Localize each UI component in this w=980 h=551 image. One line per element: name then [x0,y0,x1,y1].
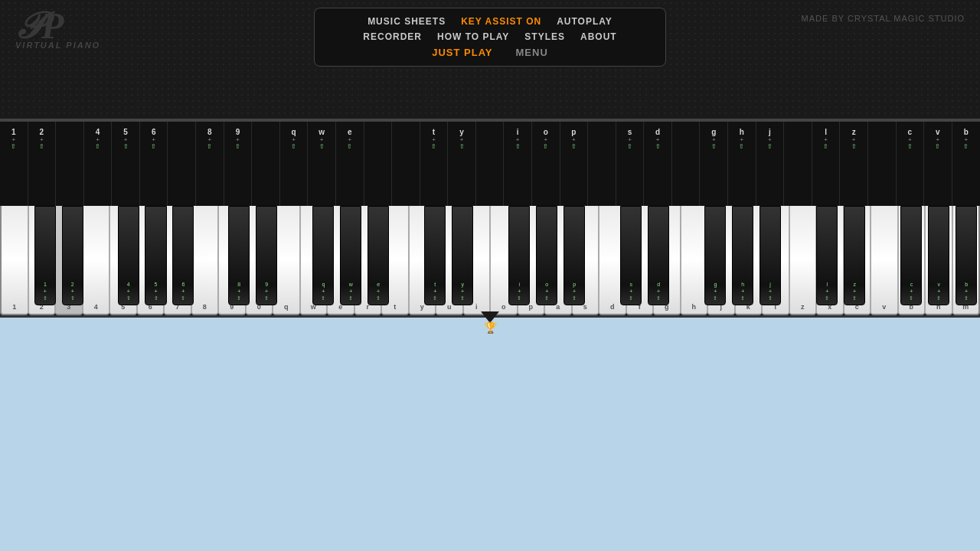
black-key-z[interactable]: z+⇧ [844,206,865,305]
upper-blank-3 [252,122,280,206]
white-key-8[interactable]: 8 [191,206,219,315]
nav-about[interactable]: ABOUT [580,31,617,42]
upper-b: b + ⇧ [952,122,980,206]
black-key-5[interactable]: 5+⇧ [145,206,166,305]
nav-music-sheets[interactable]: MUSIC SHEETS [368,16,446,27]
made-by-text: MADE BY CRYSTAL MAGIC STUDIO [802,14,965,23]
upper-blank-9 [784,122,812,206]
black-key-t[interactable]: t+⇧ [424,206,446,305]
upper-9: 9 + ⇧ [224,122,253,206]
upper-blank-7 [588,122,616,206]
nav-how-to-play[interactable]: HOW TO PLAY [437,31,509,42]
nav-styles[interactable]: STYLES [524,31,565,42]
upper-q: q + ⇧ [280,122,309,206]
black-key-9[interactable]: 9+⇧ [256,206,277,305]
black-key-q[interactable]: q+⇧ [312,206,334,305]
black-key-p[interactable]: p+⇧ [564,206,585,305]
upper-y: y + ⇧ [448,122,476,206]
trophy-icon: 🏆 [481,321,499,334]
upper-1: 1 + ⇧ [0,122,28,206]
black-key-g[interactable]: g+⇧ [704,206,726,305]
upper-t: t + ⇧ [420,122,449,206]
upper-4: 4 + ⇧ [84,122,113,206]
black-key-8[interactable]: 8+⇧ [228,206,250,305]
black-key-h[interactable]: h+⇧ [732,206,753,305]
upper-p: p + ⇧ [560,122,589,206]
black-key-6[interactable]: 6+⇧ [172,206,194,305]
upper-j: j + ⇧ [756,122,785,206]
black-key-s[interactable]: s+⇧ [620,206,642,305]
black-key-j[interactable]: j+⇧ [760,206,781,305]
black-key-v[interactable]: v+⇧ [928,206,949,305]
bottom-section: ESC F1 F2 F3 F4 F5 F6 F7 F8 F9 F10 F11 F… [0,318,980,551]
white-key-h[interactable]: h [681,206,708,315]
upper-blank-4 [364,122,393,206]
upper-e: e + ⇧ [336,122,364,206]
upper-blank-8 [672,122,701,206]
white-key-z[interactable]: z [789,206,817,315]
upper-5: 5 + ⇧ [112,122,140,206]
upper-blank-10 [868,122,897,206]
menu-button[interactable]: MENU [516,47,548,58]
black-key-o[interactable]: o+⇧ [536,206,557,305]
upper-blank-2 [168,122,196,206]
upper-v: v + ⇧ [924,122,952,206]
nav-row-1: MUSIC SHEETS KEY ASSIST ON AUTOPLAY [330,16,650,27]
upper-w: w + ⇧ [308,122,336,206]
upper-l: l + ⇧ [812,122,841,206]
upper-c: c + ⇧ [897,122,925,206]
nav-menu: MUSIC SHEETS KEY ASSIST ON AUTOPLAY RECO… [314,8,666,67]
upper-blank-6 [476,122,505,206]
section-indicator: 🏆 [481,311,499,334]
white-key-4[interactable]: 4 [83,206,110,315]
upper-h: h + ⇧ [728,122,756,206]
app-logo: 𝒫P VIRTUAL PIANO [15,8,100,50]
black-key-i[interactable]: i+⇧ [508,206,530,305]
black-key-y[interactable]: y+⇧ [452,206,473,305]
upper-blank-5 [392,122,420,206]
white-key-1[interactable]: 1 [0,206,28,315]
nav-bottom-row: JUST PLAY MENU [330,47,650,58]
black-key-d[interactable]: d+⇧ [648,206,669,305]
piano-section: 𝒫P VIRTUAL PIANO MADE BY CRYSTAL MAGIC S… [0,0,980,318]
upper-blank-1 [56,122,84,206]
upper-o: o + ⇧ [532,122,560,206]
black-key-4[interactable]: 4+⇧ [118,206,139,305]
upper-z: z + ⇧ [840,122,868,206]
black-key-1[interactable]: 1+⇧ [34,206,56,305]
upper-2: 2 + ⇧ [28,122,57,206]
upper-s: s + ⇧ [616,122,645,206]
nav-key-assist[interactable]: KEY ASSIST ON [461,16,541,27]
nav-autoplay[interactable]: AUTOPLAY [557,16,612,27]
black-key-l[interactable]: l+⇧ [816,206,838,305]
black-key-e[interactable]: e+⇧ [368,206,389,305]
upper-8: 8 + ⇧ [196,122,224,206]
black-key-2[interactable]: 2+⇧ [62,206,83,305]
black-key-w[interactable]: w+⇧ [340,206,361,305]
upper-i: i + ⇧ [504,122,532,206]
nav-row-2: RECORDER HOW TO PLAY STYLES ABOUT [330,31,650,42]
nav-recorder[interactable]: RECORDER [363,31,422,42]
full-piano: 1 + ⇧ 2 + ⇧ 4 + ⇧ 5 + ⇧ 6 + [0,119,980,315]
upper-d: d + ⇧ [644,122,672,206]
upper-6: 6 + ⇧ [140,122,168,206]
black-key-b[interactable]: b+⇧ [956,206,977,305]
white-key-v[interactable]: v [871,206,898,315]
upper-piano: 1 + ⇧ 2 + ⇧ 4 + ⇧ 5 + ⇧ 6 + [0,122,980,206]
upper-g: g + ⇧ [700,122,728,206]
just-play-button[interactable]: JUST PLAY [432,47,492,58]
black-key-c[interactable]: c+⇧ [900,206,922,305]
